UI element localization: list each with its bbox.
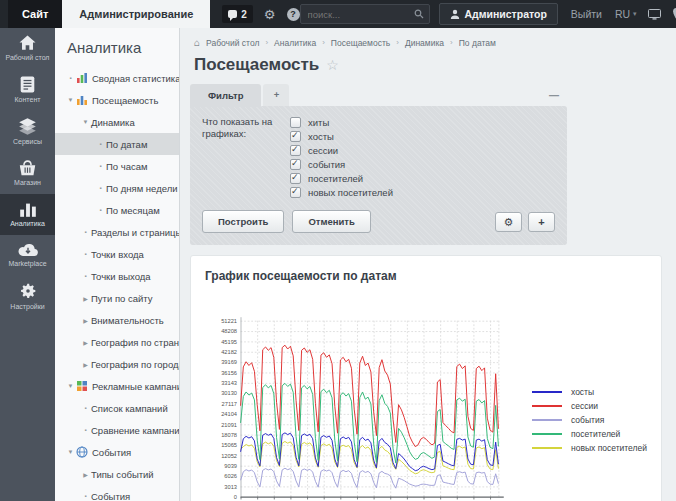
- site-tab[interactable]: Сайт: [8, 0, 62, 28]
- campaign-icon: [76, 380, 88, 392]
- sidebar-item-home[interactable]: Рабочий стол: [0, 28, 55, 69]
- checkbox-новых-посетителей[interactable]: [290, 187, 301, 198]
- menu-item[interactable]: ▶География по странам: [55, 331, 179, 353]
- checkbox-события[interactable]: [290, 159, 301, 170]
- search-box: [300, 4, 430, 24]
- checkbox-посетителей[interactable]: [290, 173, 301, 184]
- sidebar-item-marketplace[interactable]: Marketplace: [0, 235, 55, 275]
- menu-item[interactable]: ▪По дням недели: [55, 177, 179, 199]
- breadcrumb-separator: ›: [322, 38, 325, 47]
- pin-icon[interactable]: [672, 8, 676, 20]
- menu-item[interactable]: ▶География по городам: [55, 353, 179, 375]
- user-label: Администратор: [465, 8, 547, 20]
- menu-item[interactable]: ▶Пути по сайту: [55, 287, 179, 309]
- logout-link[interactable]: Выйти: [571, 8, 602, 20]
- menu-item-label: По дням недели: [106, 183, 178, 194]
- menu-item[interactable]: ▪По часам: [55, 155, 179, 177]
- series-2-line: [241, 468, 499, 488]
- user-button[interactable]: Администратор: [439, 3, 558, 25]
- collapse-filter-icon[interactable]: —: [549, 90, 559, 101]
- legend-item: посетителей: [532, 427, 647, 441]
- tree-down-icon: ▼: [65, 449, 76, 455]
- analytics-menu: Аналитика ▪Сводная статистика▼Посещаемос…: [55, 28, 180, 501]
- chart-panel: График посещаемости по датам 03013602690…: [190, 255, 662, 501]
- bullet-icon: ▪: [95, 185, 106, 191]
- legend-item: сессии: [532, 399, 647, 413]
- filter-checkbox-row: хосты: [290, 130, 393, 142]
- checkbox-label: хосты: [308, 131, 334, 142]
- chevron-down-icon: ▾: [633, 10, 637, 18]
- checkbox-label: посетителей: [308, 173, 363, 184]
- menu-item[interactable]: ▼События: [55, 441, 179, 463]
- breadcrumb-separator: ›: [265, 38, 268, 47]
- menu-item-label: Сводная статистика: [92, 73, 180, 84]
- filter-tab[interactable]: Фильтр: [190, 84, 261, 107]
- sidebar-item-analytics[interactable]: Аналитика: [0, 194, 55, 235]
- sidebar-item-services[interactable]: Сервисы: [0, 111, 55, 153]
- breadcrumb-item[interactable]: По датам: [459, 38, 496, 48]
- left-sidebar: Рабочий столКонтентСервисыМагазинАналити…: [0, 28, 55, 501]
- checkbox-label: сессии: [308, 145, 338, 156]
- breadcrumb-item[interactable]: Динамика: [405, 38, 444, 48]
- sidebar-item-label: Аналитика: [10, 220, 45, 227]
- breadcrumb-item[interactable]: Посещаемость: [331, 38, 390, 48]
- menu-item[interactable]: ▪Список кампаний: [55, 397, 179, 419]
- add-filter-tab[interactable]: +: [263, 84, 289, 106]
- menu-item[interactable]: ▪Сводная статистика: [55, 67, 179, 89]
- build-button[interactable]: Построить: [202, 210, 284, 233]
- favorite-star-icon[interactable]: ☆: [326, 57, 339, 73]
- menu-item[interactable]: ▼Рекламные кампании: [55, 375, 179, 397]
- svg-text:0: 0: [234, 494, 237, 500]
- legend-label: посетителей: [571, 429, 620, 439]
- filter-settings-button[interactable]: ⚙: [495, 212, 522, 232]
- bullet-icon: ▪: [65, 75, 76, 81]
- help-icon[interactable]: ?: [287, 8, 300, 21]
- menu-item[interactable]: ▪По месяцам: [55, 199, 179, 221]
- visits-icon: [76, 94, 88, 106]
- checkbox-хиты[interactable]: [290, 117, 301, 128]
- sidebar-item-settings[interactable]: Настройки: [0, 275, 55, 318]
- content-icon: [2, 76, 53, 93]
- menu-item[interactable]: ▪По датам: [55, 133, 179, 155]
- cancel-button[interactable]: Отменить: [292, 210, 370, 233]
- filter-add-button[interactable]: +: [528, 212, 555, 232]
- menu-item[interactable]: ▶Типы событий: [55, 463, 179, 485]
- menu-item[interactable]: ▶Внимательность: [55, 309, 179, 331]
- gear-icon[interactable]: ⚙: [264, 7, 276, 22]
- menu-item[interactable]: ▼Посещаемость: [55, 89, 179, 111]
- menu-item-label: По часам: [106, 161, 148, 172]
- lang-select[interactable]: RU ▾: [615, 8, 637, 20]
- breadcrumb-item[interactable]: Рабочий стол: [206, 38, 259, 48]
- menu-item[interactable]: ▪Точки входа: [55, 243, 179, 265]
- sidebar-item-label: Настройки: [10, 303, 44, 310]
- filter-checkbox-row: события: [290, 158, 393, 170]
- breadcrumb-item[interactable]: Аналитика: [274, 38, 316, 48]
- menu-item-label: География по странам: [91, 337, 180, 348]
- menu-item[interactable]: ▪События: [55, 485, 179, 501]
- checkbox-хосты[interactable]: [290, 131, 301, 142]
- desktop-icon[interactable]: [648, 9, 661, 20]
- notification-bubble-icon: [228, 10, 237, 18]
- svg-text:51221: 51221: [221, 318, 237, 324]
- legend-label: сессии: [571, 401, 598, 411]
- bullet-icon: ▪: [80, 405, 91, 411]
- checkbox-label: новых посетителей: [308, 187, 393, 198]
- menu-item[interactable]: ▪Точки выхода: [55, 265, 179, 287]
- svg-text:36156: 36156: [221, 370, 237, 376]
- home-icon: [2, 35, 53, 51]
- svg-text:18078: 18078: [221, 432, 237, 438]
- admin-tab[interactable]: Администрирование: [62, 0, 210, 28]
- sidebar-item-market[interactable]: Магазин: [0, 152, 55, 194]
- menu-item-label: Точки выхода: [91, 271, 151, 282]
- legend-label: хосты: [571, 387, 594, 397]
- menu-item[interactable]: ▪Разделы и страницы: [55, 221, 179, 243]
- sidebar-item-content[interactable]: Контент: [0, 69, 55, 111]
- notifications-button[interactable]: 2: [222, 5, 253, 23]
- checkbox-сессии[interactable]: [290, 145, 301, 156]
- menu-item[interactable]: ▼Динамика: [55, 111, 179, 133]
- market-icon: [2, 159, 53, 176]
- user-icon: [450, 9, 460, 19]
- menu-item[interactable]: ▪Сравнение кампаний: [55, 419, 179, 441]
- search-input[interactable]: [306, 8, 414, 21]
- filter-panel: Фильтр + — Что показать на графиках: хит…: [190, 84, 567, 245]
